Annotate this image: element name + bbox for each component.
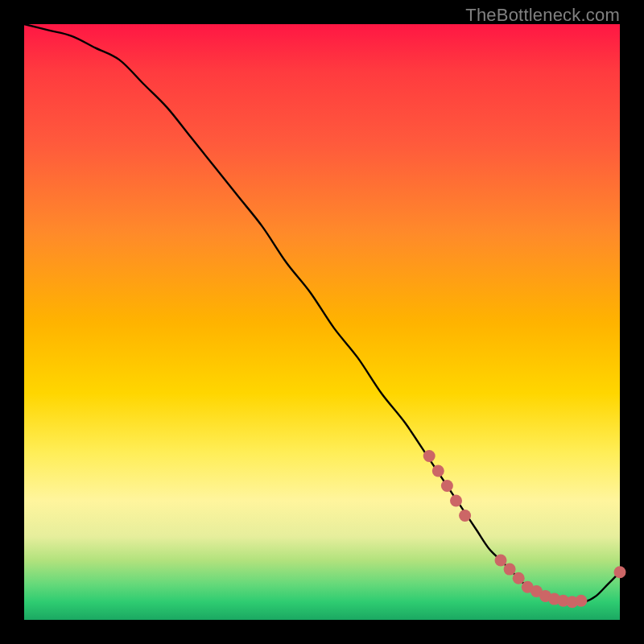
- marker-pt-h: [513, 572, 525, 584]
- chart-svg: [24, 24, 620, 620]
- marker-pt-e: [459, 510, 471, 522]
- plot-area: [24, 24, 620, 620]
- chart-frame: TheBottleneck.com: [0, 0, 644, 644]
- watermark-text: TheBottleneck.com: [465, 5, 620, 26]
- marker-pt-c: [441, 480, 453, 492]
- marker-pt-o: [575, 595, 587, 607]
- marker-pt-a: [423, 450, 436, 462]
- curve-markers: [423, 450, 626, 608]
- marker-pt-b: [432, 465, 444, 477]
- marker-pt-g: [504, 564, 516, 576]
- marker-pt-d: [450, 495, 462, 507]
- marker-pt-p: [614, 566, 626, 578]
- bottleneck-curve: [24, 24, 620, 602]
- marker-pt-f: [495, 555, 507, 567]
